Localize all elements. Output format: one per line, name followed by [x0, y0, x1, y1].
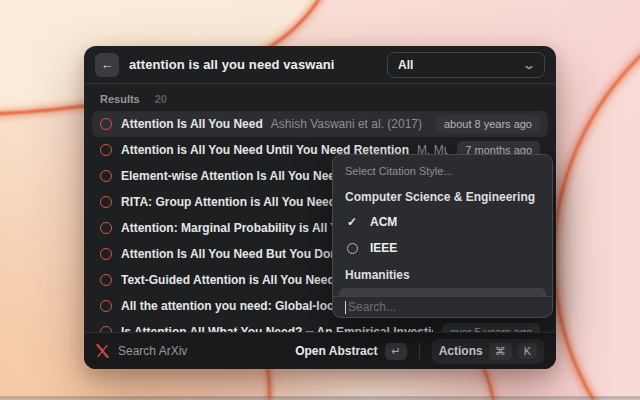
arxiv-ring-icon — [100, 274, 112, 286]
actions-button[interactable]: Actions ⌘ K — [432, 339, 544, 364]
open-abstract-label: Open Abstract — [295, 344, 377, 358]
check-icon: ✓ — [346, 215, 358, 229]
citation-option-label: ACM — [370, 215, 397, 229]
category-filter-dropdown[interactable]: All ⌄ — [387, 52, 545, 78]
result-title: Attention Is All You Need — [121, 117, 263, 131]
section-cs-engineering: Computer Science & Engineering — [333, 183, 552, 209]
arxiv-ring-icon — [100, 300, 112, 312]
category-filter-value: All — [398, 58, 413, 72]
arxiv-logo-icon — [96, 344, 109, 358]
search-header: ← attention is all you need vaswani All … — [84, 46, 556, 84]
arxiv-ring-icon — [100, 248, 112, 260]
chevron-down-icon: ⌄ — [522, 59, 536, 71]
arxiv-ring-icon — [100, 144, 112, 156]
radio-circle-icon — [347, 243, 358, 254]
footer-divider — [419, 343, 420, 359]
citation-option-label: IEEE — [370, 241, 397, 255]
result-title: Element-wise Attention Is All You Need — [121, 169, 342, 183]
dropdown-title: Select Citation Style... — [333, 161, 552, 183]
return-key-icon: ↵ — [385, 343, 406, 360]
arxiv-ring-icon — [100, 170, 112, 182]
result-authors: Ashish Vaswani et al. (2017) — [271, 117, 422, 131]
results-count: 20 — [155, 93, 167, 105]
section-humanities: Humanities — [333, 261, 552, 287]
citation-style-list: Select Citation Style... Computer Scienc… — [333, 155, 552, 296]
results-section-header: Results 20 — [84, 84, 556, 111]
extension-label: Search ArXiv — [118, 344, 187, 358]
citation-option-ieee[interactable]: IEEE — [333, 235, 552, 261]
open-abstract-button[interactable]: Open Abstract ↵ — [295, 343, 406, 360]
back-button[interactable]: ← — [95, 53, 119, 77]
search-query-input[interactable]: attention is all you need vaswani — [129, 57, 335, 72]
results-label: Results — [100, 93, 140, 105]
arxiv-ring-icon — [100, 118, 112, 130]
arxiv-ring-icon — [100, 196, 112, 208]
actions-label: Actions — [439, 344, 483, 358]
citation-option-acm[interactable]: ✓ ACM — [333, 209, 552, 235]
dropdown-search-row — [333, 296, 552, 317]
result-time-badge: about 8 years ago — [436, 115, 540, 133]
partially-visible-option-highlight — [339, 288, 546, 296]
dropdown-search-input[interactable] — [346, 300, 540, 314]
action-bar: Search ArXiv Open Abstract ↵ Actions ⌘ K — [84, 332, 556, 369]
desktop: ← attention is all you need vaswani All … — [0, 0, 640, 400]
result-row[interactable]: Attention Is All You Need Ashish Vaswani… — [92, 111, 548, 137]
citation-style-dropdown: Select Citation Style... Computer Scienc… — [332, 154, 553, 318]
cmd-key-icon: ⌘ — [489, 343, 512, 360]
k-key-icon: K — [518, 343, 537, 359]
back-arrow-icon: ← — [101, 57, 114, 72]
arxiv-ring-icon — [100, 222, 112, 234]
